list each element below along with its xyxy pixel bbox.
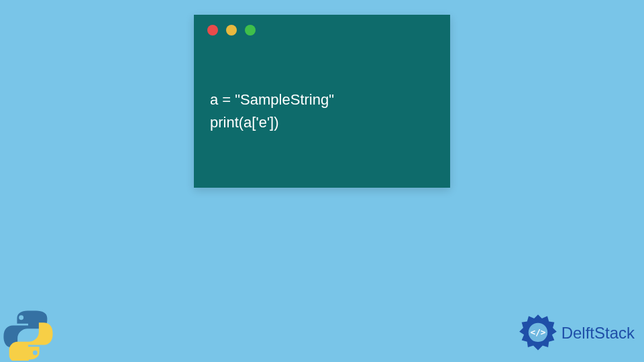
window-titlebar (194, 15, 450, 46)
minimize-icon (226, 25, 237, 36)
close-icon (207, 25, 218, 36)
code-window: a = "SampleString" print(a['e']) (194, 15, 450, 188)
python-icon (3, 310, 54, 361)
maximize-icon (245, 25, 256, 36)
delftstack-brand: </> DelftStack (519, 314, 635, 353)
code-line: a = "SampleString" (210, 91, 334, 108)
brand-name: DelftStack (561, 324, 635, 343)
delftstack-icon: </> (519, 314, 557, 353)
code-block: a = "SampleString" print(a['e']) (194, 46, 450, 134)
code-line: print(a['e']) (210, 114, 279, 131)
brand-tag-text: </> (530, 327, 545, 337)
